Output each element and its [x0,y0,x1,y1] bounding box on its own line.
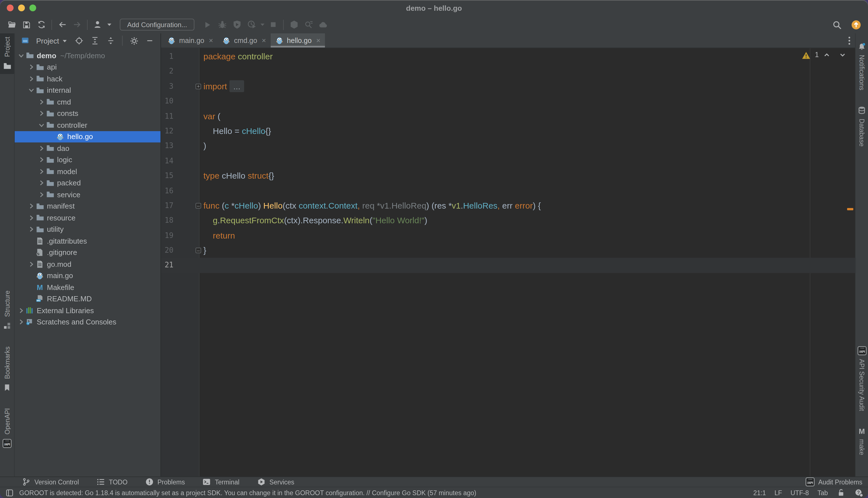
tree-item-logic[interactable]: logic [15,154,160,166]
toolwindow-terminal[interactable]: Terminal [202,477,239,486]
chevron-closed-icon[interactable] [37,145,45,152]
chevron-open-icon[interactable] [27,87,35,94]
tree-item-api[interactable]: api [15,61,160,73]
run-icon[interactable] [200,18,215,31]
package-hexagon-icon[interactable] [286,18,301,31]
close-tab-icon[interactable]: × [262,36,266,45]
chevron-closed-icon[interactable] [27,226,35,233]
ide-update-icon[interactable] [849,18,864,31]
tree-item-model[interactable]: model [15,166,160,177]
run-coverage-icon[interactable] [229,18,244,31]
tree-item-readme.md[interactable]: MDREADME.MD [15,293,160,305]
tree-item-hack[interactable]: hack [15,73,160,84]
chevron-closed-icon[interactable] [37,168,45,175]
tab-options-icon[interactable] [844,34,855,48]
open-folder-icon[interactable] [4,18,19,31]
code-editor[interactable]: 1package controller23+import ...1011var … [161,48,855,476]
toolwindow-todo[interactable]: TODO [96,477,128,486]
fold-marker-icon[interactable]: – [196,248,201,253]
tree-item-controller[interactable]: controller [15,119,160,131]
toolwindow-audit-problems[interactable]: /APIAudit Problems [805,477,862,486]
locate-icon[interactable] [72,34,86,48]
chevron-closed-icon[interactable] [17,319,25,325]
toolwindow-version-control[interactable]: Version Control [22,477,79,486]
stripe-tab-project[interactable]: Project [0,34,14,74]
tree-item-consts[interactable]: consts [15,108,160,119]
file-encoding[interactable]: UTF-8 [791,489,809,496]
toolwindow-services[interactable]: Services [256,477,294,486]
profiler-icon[interactable] [244,18,259,31]
tree-item-packed[interactable]: packed [15,177,160,189]
tree-item-main.go[interactable]: main.go [15,270,160,281]
chevron-closed-icon[interactable] [37,180,45,186]
run-dropdown-icon[interactable] [259,18,266,31]
forward-icon[interactable] [69,18,84,31]
tree-item-.gitattributes[interactable]: .gitattributes [15,235,160,247]
next-problem-icon[interactable] [839,52,846,58]
folded-imports-region[interactable]: ... [229,80,244,92]
chevron-open-icon[interactable] [37,122,45,128]
expand-all-icon[interactable] [88,34,102,48]
cloud-icon[interactable] [316,18,331,31]
tree-item-scratches-and-consoles[interactable]: Scratches and Consoles [15,316,160,328]
stop-icon[interactable] [266,18,280,31]
close-tab-icon[interactable]: × [316,36,320,45]
search-icon[interactable] [830,18,844,31]
stripe-tab-api-security-audit[interactable]: /APIAPI Security Audit [857,342,867,414]
tree-item-go.mod[interactable]: go.mod [15,258,160,270]
project-tree[interactable]: demo~/Temp/demoapihackinternalcmdconstsc… [15,48,160,476]
tree-item-cmd[interactable]: cmd [15,96,160,108]
editor-tab-main.go[interactable]: main.go× [163,34,217,48]
toolwindow-problems[interactable]: Problems [144,477,185,486]
debug-icon[interactable] [215,18,229,31]
tree-item-manifest[interactable]: manifest [15,200,160,212]
line-separator[interactable]: LF [774,489,782,496]
tree-item-hello.go[interactable]: hello.go [15,131,160,142]
indent-style[interactable]: Tab [817,489,828,496]
dock-window-icon[interactable] [4,488,15,497]
chevron-closed-icon[interactable] [37,192,45,198]
tree-item-makefile[interactable]: MMakefile [15,281,160,293]
editor-tab-cmd.go[interactable]: cmd.go× [217,34,270,48]
add-configuration-button[interactable]: Add Configuration... [120,19,195,30]
stripe-tab-database[interactable]: Database [857,102,866,149]
chevron-closed-icon[interactable] [27,76,35,82]
chevron-open-icon[interactable] [17,53,25,59]
tree-item-external-libraries[interactable]: External Libraries [15,305,160,316]
previous-problem-icon[interactable] [823,52,830,58]
chevron-closed-icon[interactable] [37,110,45,117]
chevron-closed-icon[interactable] [27,203,35,209]
save-icon[interactable] [19,18,34,31]
back-icon[interactable] [55,18,69,31]
search-doc-icon[interactable] [301,18,316,31]
user-menu[interactable] [90,18,112,31]
chevron-closed-icon[interactable] [37,157,45,163]
chevron-closed-icon[interactable] [27,64,35,70]
editor-tab-hello.go[interactable]: hello.go× [270,34,325,48]
tree-item-resource[interactable]: resource [15,212,160,224]
stripe-tab-bookmarks[interactable]: Bookmarks [3,343,11,396]
user-icon[interactable] [90,18,105,31]
tree-item-utility[interactable]: utility [15,224,160,235]
chevron-closed-icon[interactable] [37,99,45,105]
chevron-closed-icon[interactable] [17,307,25,314]
sync-icon[interactable] [34,18,49,31]
stripe-tab-openapi[interactable]: OpenAPI/API [2,405,12,451]
fold-marker-icon[interactable]: – [196,203,201,209]
tree-item-service[interactable]: service [15,189,160,200]
tree-item-dao[interactable]: dao [15,142,160,154]
caret-position[interactable]: 21:1 [753,489,766,496]
hide-icon[interactable] [143,34,157,48]
chevron-closed-icon[interactable] [27,261,35,267]
stripe-tab-structure[interactable]: Structure [3,287,11,334]
fold-marker-icon[interactable]: + [196,84,201,89]
settings-gear-icon[interactable] [126,34,141,48]
tree-item-internal[interactable]: internal [15,84,160,96]
unlocked-icon[interactable] [836,488,845,497]
panel-dropdown-icon[interactable] [61,34,68,48]
tree-item-demo[interactable]: demo~/Temp/demo [15,50,160,61]
collapse-all-icon[interactable] [103,34,118,48]
close-tab-icon[interactable]: × [209,36,213,45]
chevron-closed-icon[interactable] [27,215,35,221]
project-panel-title[interactable]: Project [36,37,59,45]
